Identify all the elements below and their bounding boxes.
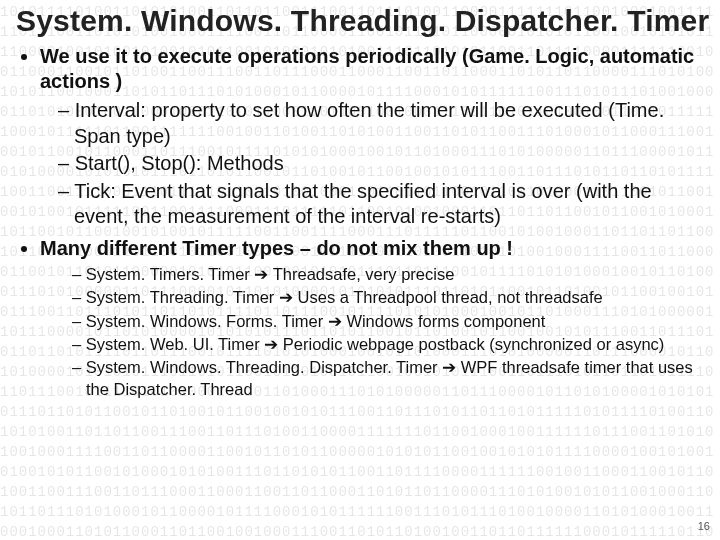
slide-title: System. Windows. Threading. Dispatcher. … xyxy=(16,4,704,38)
b2s4-post: Periodic webpage postback (synchronized … xyxy=(278,335,664,353)
arrow-icon: ➔ xyxy=(254,265,268,283)
bullet-1-sub-2: Start(), Stop(): Methods xyxy=(58,151,704,177)
b2s5-pre: System. Windows. Threading. Dispatcher. … xyxy=(86,358,442,376)
page-number: 16 xyxy=(698,520,710,532)
slide-body: System. Windows. Threading. Dispatcher. … xyxy=(0,0,720,540)
arrow-icon: ➔ xyxy=(264,335,278,353)
b2s3-post: Windows forms component xyxy=(342,312,546,330)
bullet-1-sub-3: Tick: Event that signals that the specif… xyxy=(58,179,704,230)
b2s2-post: Uses a Threadpool thread, not threadsafe xyxy=(293,288,603,306)
bullet-2-sublist: System. Timers. Timer ➔ Threadsafe, very… xyxy=(40,263,704,401)
b2s1-pre: System. Timers. Timer xyxy=(86,265,255,283)
bullet-1-sub-1: Interval: property to set how often the … xyxy=(58,98,704,149)
bullet-2-text: Many different Timer types – do not mix … xyxy=(40,237,513,259)
arrow-icon: ➔ xyxy=(442,358,456,376)
arrow-icon: ➔ xyxy=(328,312,342,330)
bullet-2-sub-2: System. Threading. Timer ➔ Uses a Thread… xyxy=(72,286,704,308)
bullet-2-sub-3: System. Windows. Forms. Timer ➔ Windows … xyxy=(72,310,704,332)
b2s2-pre: System. Threading. Timer xyxy=(86,288,279,306)
bullet-1-text: We use it to execute operations periodic… xyxy=(40,45,694,92)
b2s1-post: Threadsafe, very precise xyxy=(268,265,454,283)
b2s4-pre: System. Web. UI. Timer xyxy=(86,335,264,353)
bullet-1: We use it to execute operations periodic… xyxy=(40,44,704,230)
bullet-2-sub-1: System. Timers. Timer ➔ Threadsafe, very… xyxy=(72,263,704,285)
bullet-1-sublist: Interval: property to set how often the … xyxy=(40,98,704,230)
bullet-2-sub-5: System. Windows. Threading. Dispatcher. … xyxy=(72,356,704,401)
bullet-2: Many different Timer types – do not mix … xyxy=(40,236,704,401)
bullet-2-sub-4: System. Web. UI. Timer ➔ Periodic webpag… xyxy=(72,333,704,355)
b2s3-pre: System. Windows. Forms. Timer xyxy=(86,312,328,330)
arrow-icon: ➔ xyxy=(279,288,293,306)
bullet-list: We use it to execute operations periodic… xyxy=(16,44,704,401)
